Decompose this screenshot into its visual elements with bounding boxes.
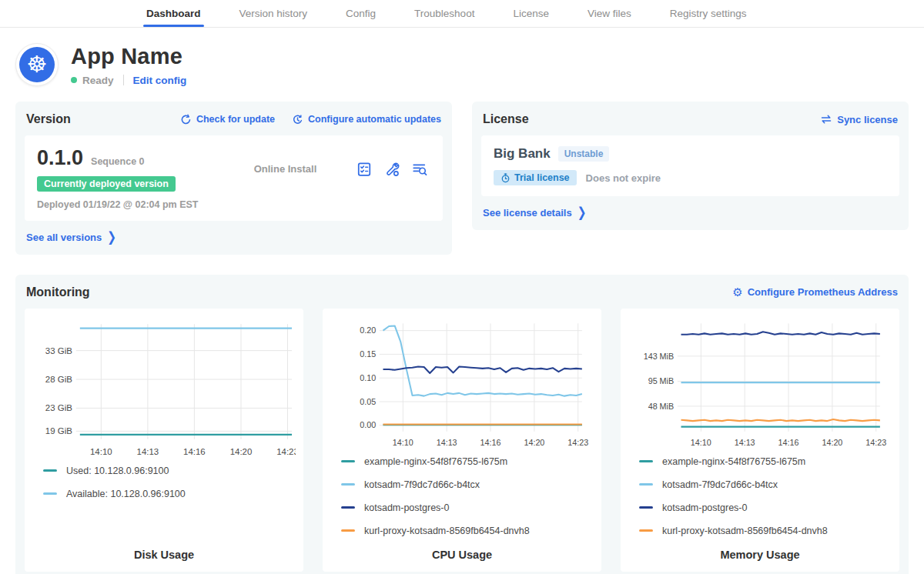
chevron-right-icon: ❯ <box>578 205 587 220</box>
svg-text:14:23: 14:23 <box>567 438 588 447</box>
cpu-usage-legend: example-nginx-54f8f76755-l675mkotsadm-7f… <box>330 452 594 549</box>
legend-item: kotsadm-postgres-0 <box>639 502 892 513</box>
configure-automatic-updates-label: Configure automatic updates <box>308 114 441 125</box>
version-sequence: Sequence 0 <box>91 156 144 167</box>
tab-version-history[interactable]: Version history <box>236 1 311 27</box>
tab-config[interactable]: Config <box>343 1 379 27</box>
legend-label: example-nginx-54f8f76755-l675m <box>364 456 507 467</box>
channel-badge: Unstable <box>558 146 610 162</box>
svg-text:14:10: 14:10 <box>90 446 112 456</box>
disk-usage-title: Disk Usage <box>32 549 296 561</box>
svg-text:14:13: 14:13 <box>437 438 457 447</box>
sync-license-label: Sync license <box>837 114 898 125</box>
svg-text:0.05: 0.05 <box>360 396 376 405</box>
preflight-checks-icon[interactable] <box>357 162 372 177</box>
svg-text:0.20: 0.20 <box>360 325 376 335</box>
see-all-versions-link[interactable]: See all versions ❯ <box>25 231 116 243</box>
memory-usage-title: Memory Usage <box>628 549 892 561</box>
legend-item: kurl-proxy-kotsadm-8569fb6454-dnvh8 <box>639 526 892 536</box>
sync-license-link[interactable]: Sync license <box>820 114 898 125</box>
legend-label: kurl-proxy-kotsadm-8569fb6454-dnvh8 <box>662 526 828 536</box>
see-all-versions-label: See all versions <box>26 232 102 243</box>
svg-text:14:13: 14:13 <box>735 438 755 447</box>
svg-text:0.00: 0.00 <box>360 420 376 429</box>
svg-text:14:20: 14:20 <box>230 446 253 456</box>
app-title: App Name <box>71 44 186 69</box>
legend-item: example-nginx-54f8f76755-l675m <box>639 456 892 467</box>
legend-item: Used: 10.128.0.96:9100 <box>43 466 296 476</box>
trial-license-badge: Trial license <box>494 170 577 185</box>
tab-view-files[interactable]: View files <box>584 1 634 27</box>
configure-prometheus-label: Configure Prometheus Address <box>748 286 898 298</box>
stopwatch-icon <box>500 173 511 183</box>
check-for-update-label: Check for update <box>196 114 275 125</box>
svg-text:0.15: 0.15 <box>360 349 376 359</box>
memory-usage-legend: example-nginx-54f8f76755-l675mkotsadm-7f… <box>628 452 892 549</box>
svg-text:33 GiB: 33 GiB <box>45 345 72 355</box>
current-version-card: 0.1.0 Sequence 0 Currently deployed vers… <box>25 135 443 221</box>
svg-text:14:23: 14:23 <box>276 446 296 456</box>
monitoring-title: Monitoring <box>26 285 90 299</box>
check-for-update-link[interactable]: Check for update <box>180 114 275 125</box>
see-license-details-link[interactable]: See license details ❯ <box>481 206 586 219</box>
svg-text:14:10: 14:10 <box>691 438 711 447</box>
tab-registry-settings[interactable]: Registry settings <box>667 1 750 27</box>
app-header: ☸ App Name Ready Edit config <box>0 28 924 97</box>
svg-text:48 MiB: 48 MiB <box>648 401 674 410</box>
svg-text:0.10: 0.10 <box>360 372 376 382</box>
configure-automatic-updates-link[interactable]: Configure automatic updates <box>292 114 441 125</box>
monitoring-panel: Monitoring ⚙ Configure Prometheus Addres… <box>15 275 909 574</box>
svg-text:14:20: 14:20 <box>524 438 544 447</box>
svg-text:14:13: 14:13 <box>137 446 159 456</box>
disk-usage-legend: Used: 10.128.0.96:9100Available: 10.128.… <box>32 461 296 512</box>
legend-label: Used: 10.128.0.96:9100 <box>66 466 169 476</box>
gear-icon: ⚙ <box>732 286 742 298</box>
svg-text:14:23: 14:23 <box>865 438 886 447</box>
trial-license-label: Trial license <box>514 172 570 183</box>
deployed-timestamp: Deployed 01/19/22 @ 02:04 pm EST <box>37 199 214 210</box>
app-status: Ready <box>82 75 114 86</box>
clock-refresh-icon <box>292 114 303 125</box>
cpu-usage-chart-card: 0.200.150.100.050.0014:1014:1314:1614:20… <box>323 309 601 572</box>
install-type-label: Online Install <box>254 163 317 175</box>
legend-swatch-icon <box>639 506 653 509</box>
disk-usage-plot: 33 GiB28 GiB23 GiB19 GiB14:1014:1314:161… <box>32 316 296 461</box>
legend-item: kurl-proxy-kotsadm-8569fb6454-dnvh8 <box>341 526 594 536</box>
sync-icon <box>820 114 832 125</box>
version-panel: Version Check for update Configure autom… <box>15 102 452 255</box>
configure-prometheus-link[interactable]: ⚙ Configure Prometheus Address <box>732 286 898 298</box>
memory-usage-plot: 143 MiB95 MiB48 MiB14:1014:1314:1614:201… <box>628 316 892 452</box>
legend-swatch-icon <box>43 492 57 495</box>
tab-license[interactable]: License <box>510 1 552 27</box>
svg-text:23 GiB: 23 GiB <box>45 403 72 412</box>
legend-item: kotsadm-7f9dc7d66c-b4tcx <box>639 479 892 490</box>
svg-text:95 MiB: 95 MiB <box>648 376 674 385</box>
svg-text:14:16: 14:16 <box>480 438 501 447</box>
legend-swatch-icon <box>639 529 653 532</box>
memory-usage-chart-card: 143 MiB95 MiB48 MiB14:1014:1314:1614:201… <box>621 309 899 572</box>
svg-text:14:10: 14:10 <box>393 438 413 447</box>
legend-label: kotsadm-7f9dc7d66c-b4tcx <box>364 479 480 490</box>
config-wrench-icon[interactable] <box>384 162 400 177</box>
legend-swatch-icon <box>341 506 355 509</box>
tab-troubleshoot[interactable]: Troubleshoot <box>411 1 477 27</box>
cpu-usage-title: CPU Usage <box>330 549 594 561</box>
license-panel: License Sync license Big Bank Unstable T… <box>472 102 909 230</box>
deployed-badge: Currently deployed version <box>37 176 176 192</box>
app-logo: ☸ <box>15 43 59 86</box>
legend-label: kotsadm-postgres-0 <box>662 502 747 513</box>
svg-text:19 GiB: 19 GiB <box>45 426 72 436</box>
legend-label: example-nginx-54f8f76755-l675m <box>662 456 805 467</box>
legend-label: Available: 10.128.0.96:9100 <box>66 489 186 499</box>
license-customer-name: Big Bank <box>494 146 551 162</box>
view-logs-icon[interactable] <box>412 162 427 177</box>
edit-config-link[interactable]: Edit config <box>133 75 187 86</box>
legend-item: kotsadm-postgres-0 <box>341 502 594 513</box>
disk-usage-chart-card: 33 GiB28 GiB23 GiB19 GiB14:1014:1314:161… <box>25 309 303 572</box>
svg-text:14:20: 14:20 <box>822 438 842 447</box>
legend-label: kotsadm-7f9dc7d66c-b4tcx <box>662 479 778 490</box>
version-panel-title: Version <box>26 112 71 126</box>
tab-dashboard[interactable]: Dashboard <box>143 1 204 27</box>
legend-label: kotsadm-postgres-0 <box>364 502 449 513</box>
svg-text:14:16: 14:16 <box>778 438 799 447</box>
